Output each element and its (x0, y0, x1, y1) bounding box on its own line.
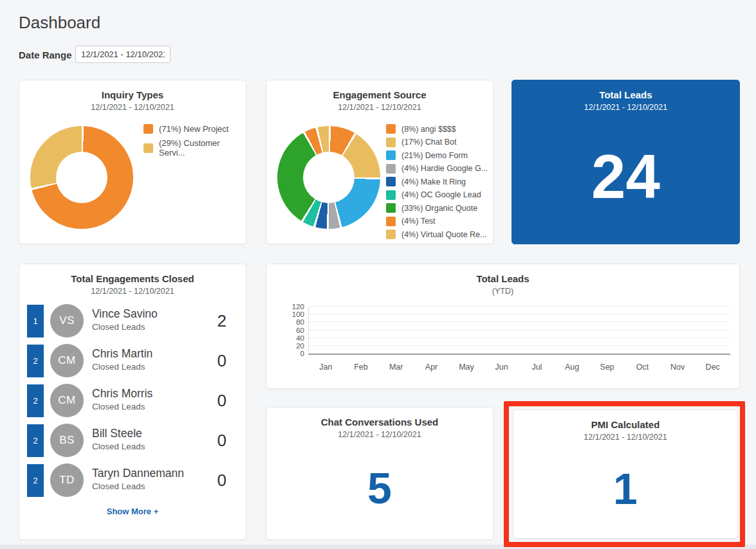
x-axis-label: Jun (484, 363, 519, 372)
legend-swatch (386, 138, 396, 147)
x-axis-label: Jul (519, 363, 555, 372)
leaderboard-row: 1VSVince SavinoClosed Leads2 (27, 304, 232, 338)
closed-leads-count: 2 (217, 311, 226, 331)
engagement-source-card: Engagement Source 12/1/2021 - 12/10/2021… (266, 80, 493, 244)
y-axis-tick: 20 (296, 342, 304, 350)
inquiry-types-card: Inquiry Types 12/1/2021 - 12/10/2021 (71… (19, 80, 246, 244)
leaderboard-row: 2TDTaryn DannemannClosed Leads0 (27, 464, 232, 498)
legend-item[interactable]: (4%) Hardie Google G... (386, 164, 488, 174)
person-name: Taryn Dannemann (92, 467, 184, 480)
total-leads-card: Total Leads 12/1/2021 - 12/10/2021 24 (512, 80, 740, 244)
person-name: Vince Savino (92, 307, 158, 321)
avatar: BS (50, 424, 84, 457)
avatar: VS (50, 304, 84, 338)
card-subtitle: 12/1/2021 - 12/10/2021 (19, 103, 246, 112)
leaderboard-row: 2CMChris MartinClosed Leads0 (27, 344, 232, 378)
legend-item[interactable]: (8%) angi $$$$ (386, 124, 488, 134)
legend-label: (33%) Organic Quote (401, 204, 477, 213)
x-axis-label: Mar (378, 363, 414, 372)
pmi-calculated-card: PMI Calculated 12/1/2021 - 12/10/2021 1 (513, 410, 738, 539)
show-more-link[interactable]: Show More + (19, 507, 246, 516)
legend-item[interactable]: (4%) Make It Ring (386, 177, 488, 186)
x-axis-label: May (449, 363, 484, 372)
inquiry-types-donut-chart (30, 126, 133, 229)
rank-badge: 1 (27, 305, 44, 338)
card-subtitle: 12/1/2021 - 12/10/2021 (266, 103, 493, 112)
total-leads-ytd-bar-chart: 020406080100120 (308, 307, 730, 355)
chat-conversations-value: 5 (266, 443, 493, 533)
closed-leads-count: 0 (217, 391, 226, 411)
x-axis-label: Nov (660, 363, 696, 372)
rank-badge: 2 (27, 424, 44, 457)
date-range-input[interactable] (75, 46, 171, 63)
legend-swatch (386, 203, 396, 213)
y-axis-tick: 60 (296, 327, 304, 334)
legend-swatch (386, 124, 396, 134)
card-title: Engagement Source (266, 89, 493, 100)
page-title: Dashboard (19, 13, 100, 33)
leaderboard-row: 2CMChris MorrisClosed Leads0 (27, 384, 232, 418)
legend-label: (4%) Virtual Quote Re... (401, 230, 486, 239)
metric-label: Closed Leads (92, 362, 145, 372)
legend-label: (29%) Customer Servi... (159, 138, 246, 158)
avatar: CM (50, 384, 84, 417)
x-axis-label: Sep (589, 363, 625, 372)
gridline (309, 306, 730, 307)
metric-label: Closed Leads (92, 322, 145, 332)
legend-item[interactable]: (17%) Chat Bot (386, 138, 488, 147)
card-subtitle: 12/1/2021 - 12/10/2021 (19, 287, 246, 296)
x-axis-label: Jan (308, 363, 344, 372)
y-axis-tick: 80 (296, 318, 304, 326)
card-title: Total Leads (266, 273, 739, 284)
legend-swatch (386, 177, 396, 186)
bar-chart-x-axis: JanFebMarAprMayJunJulAugSepOctNovDec (308, 363, 730, 372)
leaderboard-row: 2BSBill SteeleClosed Leads0 (27, 424, 232, 458)
legend-label: (4%) Hardie Google G... (401, 164, 488, 173)
engagement-source-donut-chart (277, 126, 380, 229)
gridline (309, 330, 730, 330)
closed-leads-count: 0 (217, 471, 226, 491)
card-title: Total Engagements Closed (19, 273, 246, 284)
legend-item[interactable]: (21%) Demo Form (386, 150, 488, 160)
x-axis-label: Oct (625, 363, 660, 372)
x-axis-label: Feb (344, 363, 379, 372)
bottom-edge-strip (0, 544, 756, 549)
legend-swatch (386, 230, 396, 239)
avatar: TD (50, 464, 84, 497)
pmi-calculated-value: 1 (513, 446, 737, 532)
legend-swatch (386, 217, 396, 226)
gridline (309, 345, 730, 346)
legend-swatch (386, 164, 396, 174)
legend-label: (4%) Test (401, 217, 436, 226)
legend-item[interactable]: (71%) New Project (143, 124, 246, 134)
legend-item[interactable]: (4%) Test (386, 217, 488, 226)
legend-item[interactable]: (4%) OC Google Lead (386, 190, 488, 200)
person-name: Chris Morris (92, 387, 152, 401)
card-subtitle: 12/1/2021 - 12/10/2021 (513, 433, 737, 442)
y-axis-tick: 40 (296, 334, 304, 342)
gridline (309, 338, 730, 338)
chat-conversations-card: Chat Conversations Used 12/1/2021 - 12/1… (266, 407, 493, 540)
engagement-source-legend: (8%) angi $$$$(17%) Chat Bot(21%) Demo F… (386, 124, 488, 243)
legend-item[interactable]: (4%) Virtual Quote Re... (386, 230, 488, 239)
inquiry-types-legend: (71%) New Project(29%) Customer Servi... (143, 124, 246, 162)
rank-badge: 2 (27, 384, 44, 417)
card-subtitle: 12/1/2021 - 12/10/2021 (512, 103, 739, 112)
closed-leads-count: 0 (217, 431, 226, 451)
metric-label: Closed Leads (92, 442, 145, 451)
x-axis-label: Apr (414, 363, 449, 372)
legend-item[interactable]: (29%) Customer Servi... (143, 138, 246, 158)
legend-label: (71%) New Project (159, 124, 228, 134)
x-axis-label: Dec (695, 363, 730, 372)
legend-label: (8%) angi $$$$ (401, 125, 456, 134)
metric-label: Closed Leads (92, 482, 145, 491)
x-axis-label: Aug (555, 363, 590, 372)
y-axis-tick: 0 (300, 350, 304, 357)
legend-item[interactable]: (33%) Organic Quote (386, 203, 488, 213)
total-leads-value: 24 (512, 116, 739, 237)
closed-leads-count: 0 (217, 351, 226, 371)
total-leads-ytd-card: Total Leads (YTD) 020406080100120 JanFeb… (266, 264, 740, 389)
person-name: Bill Steele (92, 427, 142, 440)
legend-swatch (386, 190, 396, 200)
metric-label: Closed Leads (92, 402, 145, 411)
